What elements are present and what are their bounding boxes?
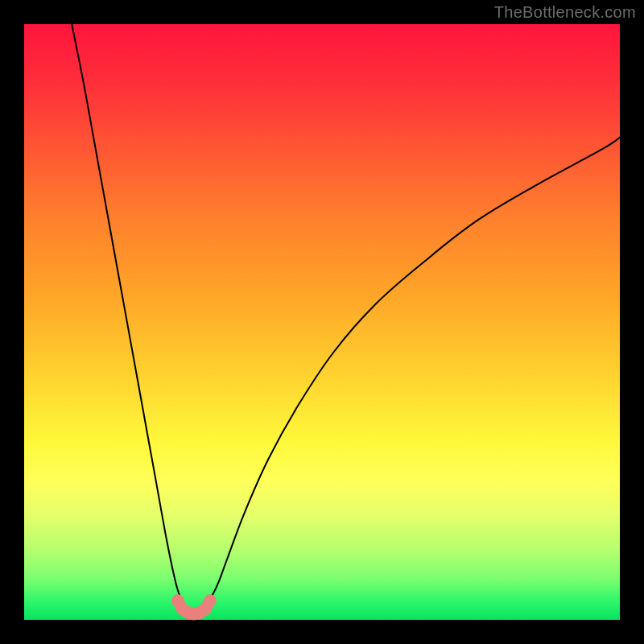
plot-area [24, 24, 620, 620]
right-branch-line [208, 138, 620, 602]
valley-marker-dot [204, 594, 217, 607]
left-branch-line [72, 24, 182, 602]
curve-layer [24, 24, 620, 620]
watermark-text: TheBottleneck.com [494, 3, 636, 22]
chart-frame: TheBottleneck.com [0, 0, 644, 644]
